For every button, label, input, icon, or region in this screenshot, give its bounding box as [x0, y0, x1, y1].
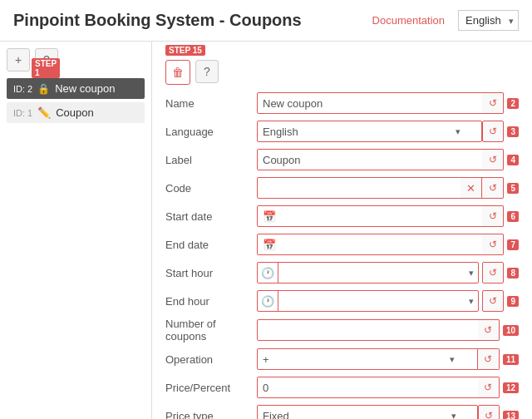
coupon-item-active[interactable]: ID: 2 🔒 New coupon — [7, 78, 145, 99]
form-toolbar: STEP 15 🗑 ? — [165, 42, 519, 91]
price-percent-history-btn[interactable]: ↺ — [478, 377, 500, 398]
name-input[interactable] — [257, 92, 504, 114]
label-start-date: Start date — [165, 210, 257, 223]
sidebar-toolbar: + ? STEP 1 — [7, 48, 145, 71]
label-end-hour: End hour — [165, 295, 257, 308]
step6-badge: 6 — [507, 211, 519, 222]
step9-badge: 9 — [507, 296, 519, 307]
step7-badge: 7 — [507, 239, 519, 250]
end-date-buttons: ↺ — [482, 234, 504, 255]
history-icon2: ↺ — [489, 126, 497, 137]
label-end-date: End date — [165, 239, 257, 251]
documentation-link[interactable]: Documentation — [372, 14, 445, 27]
delete-button[interactable]: 🗑 — [165, 60, 190, 85]
help-btn-wrapper: ? STEP 1 — [35, 48, 58, 71]
history-icon7: ↺ — [484, 353, 492, 365]
language-selector[interactable]: English — [458, 10, 519, 31]
step15-badge: STEP 15 — [165, 45, 205, 56]
start-hour-wrapper: 🕐 ↺ — [257, 262, 504, 283]
step5-badge: 5 — [507, 183, 519, 194]
code-input-wrapper: ✕ ↺ — [257, 177, 504, 199]
end-date-wrapper: 📅 ↺ — [257, 234, 504, 255]
start-hour-select-wrapper: 🕐 — [257, 262, 479, 283]
operation-wrapper: + - ↺ — [257, 348, 500, 370]
step4-badge: 4 — [507, 155, 519, 165]
language-select[interactable]: English French German — [257, 121, 482, 142]
form-row-num-coupons: Number of coupons ↺ 10 — [165, 318, 519, 343]
price-type-select[interactable]: Fixed Percent — [257, 405, 478, 419]
step8-badge: 8 — [507, 268, 519, 279]
price-type-select-wrapper: Fixed Percent — [257, 405, 478, 419]
history-icon6: ↺ — [484, 324, 492, 336]
label-language: Language — [165, 126, 257, 138]
history-icon9: ↺ — [485, 410, 493, 419]
step1-badge: STEP 1 — [32, 58, 60, 78]
label-num-coupons: Number of coupons — [165, 318, 257, 343]
step3-badge: 3 — [507, 126, 519, 137]
code-buttons: ✕ ↺ — [461, 177, 504, 199]
form-row-price-percent: Price/Percent ↺ 12 — [165, 376, 519, 399]
history-icon: ↺ — [489, 97, 497, 109]
label-label: Label — [165, 154, 257, 166]
price-percent-wrapper: ↺ — [257, 377, 500, 398]
form-row-code: Code ✕ ↺ 5 — [165, 176, 519, 200]
form-row-start-date: Start date 📅 ↺ 6 — [165, 205, 519, 228]
trash-icon: 🗑 — [172, 66, 184, 79]
step13-badge: 13 — [503, 411, 519, 420]
form-row-end-date: End date 📅 ↺ 7 — [165, 233, 519, 256]
label-start-hour: Start hour — [165, 267, 257, 279]
end-date-history-btn[interactable]: ↺ — [482, 234, 504, 255]
form-row-language: Language English French German ↺ 3 — [165, 120, 519, 143]
end-hour-select[interactable] — [257, 290, 479, 312]
code-history-btn[interactable]: ↺ — [482, 177, 504, 199]
language-selector-wrapper: English — [458, 10, 519, 31]
end-hour-history-btn[interactable]: ↺ — [482, 290, 504, 312]
start-hour-history-btn[interactable]: ↺ — [482, 262, 504, 283]
add-btn-wrapper: + — [7, 48, 30, 71]
coupon-id-active: ID: 2 — [13, 84, 32, 94]
history-icon8: ↺ — [484, 382, 492, 393]
operation-select[interactable]: + - — [257, 348, 478, 370]
code-generate-btn[interactable]: ✕ — [461, 177, 482, 199]
edit-icon: ✏️ — [37, 106, 51, 119]
coupon-item-inactive[interactable]: ID: 1 ✏️ Coupon — [7, 102, 145, 123]
operation-history-btn[interactable]: ↺ — [478, 348, 500, 370]
label-input[interactable] — [257, 149, 504, 170]
header: Pinpoint Booking System - Coupons Docume… — [0, 0, 532, 42]
page-title: Pinpoint Booking System - Coupons — [13, 11, 372, 30]
calendar-icon: 📅 — [263, 210, 276, 223]
form-help-button[interactable]: ? — [195, 60, 219, 83]
step10-badge: 10 — [503, 325, 519, 336]
coupon-name-active: New coupon — [55, 82, 138, 95]
num-coupons-wrapper: ↺ — [257, 319, 500, 341]
label-operation: Operation — [165, 353, 257, 366]
label-history-btn[interactable]: ↺ — [482, 149, 504, 170]
price-percent-input[interactable] — [257, 377, 500, 398]
form-area: STEP 15 🗑 ? Name ↺ — [152, 42, 532, 419]
start-date-buttons: ↺ — [482, 205, 504, 227]
end-hour-wrapper: 🕐 ↺ — [257, 290, 504, 312]
content-area: + ? STEP 1 ID: 2 🔒 New coupon ID: 1 ✏️ C… — [0, 42, 532, 419]
start-date-wrapper: 📅 ↺ — [257, 205, 504, 227]
language-history-btn[interactable]: ↺ — [482, 121, 504, 142]
num-coupons-input[interactable] — [257, 319, 500, 341]
add-coupon-button[interactable]: + — [7, 48, 30, 71]
lock-icon: 🔒 — [37, 83, 50, 95]
end-hour-select-wrapper: 🕐 — [257, 290, 479, 312]
step2-badge: 2 — [507, 98, 519, 109]
sidebar: + ? STEP 1 ID: 2 🔒 New coupon ID: 1 ✏️ C… — [0, 42, 152, 419]
history-icon3: ↺ — [489, 154, 497, 165]
coupon-id-inactive: ID: 1 — [13, 108, 32, 118]
form-row-end-hour: End hour 🕐 ↺ 9 — [165, 289, 519, 313]
price-type-history-btn[interactable]: ↺ — [478, 405, 500, 419]
form-row-start-hour: Start hour 🕐 ↺ 8 — [165, 261, 519, 284]
label-input-wrapper: ↺ — [257, 149, 504, 170]
label-name: Name — [165, 97, 257, 110]
label-price-percent: Price/Percent — [165, 382, 257, 394]
start-hour-select[interactable] — [257, 262, 479, 283]
start-date-history-btn[interactable]: ↺ — [482, 205, 504, 227]
name-input-wrapper: ↺ — [257, 92, 504, 114]
calendar-icon2: 📅 — [263, 239, 276, 251]
num-coupons-history-btn[interactable]: ↺ — [478, 319, 500, 341]
name-history-btn[interactable]: ↺ — [482, 92, 504, 114]
